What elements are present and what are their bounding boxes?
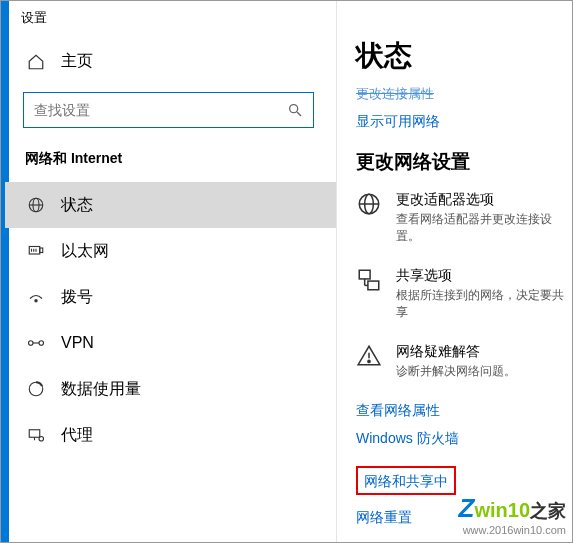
svg-rect-22	[368, 281, 379, 290]
highlight-box: 网络和共享中	[356, 466, 456, 495]
nav-label: 代理	[61, 425, 93, 446]
nav-status[interactable]: 状态	[1, 182, 336, 228]
link-change-connection[interactable]: 更改连接属性	[356, 85, 572, 103]
nav-label: 状态	[61, 195, 93, 216]
link-network-props[interactable]: 查看网络属性	[356, 402, 572, 420]
option-desc: 查看网络适配器并更改连接设置。	[396, 211, 572, 245]
link-firewall[interactable]: Windows 防火墙	[356, 430, 572, 448]
option-desc: 诊断并解决网络问题。	[396, 363, 516, 380]
svg-point-10	[35, 300, 37, 302]
svg-rect-15	[29, 430, 40, 438]
option-title: 更改适配器选项	[396, 191, 572, 209]
svg-rect-5	[29, 247, 40, 255]
vpn-icon	[25, 336, 47, 350]
sharing-icon	[356, 267, 386, 321]
svg-point-12	[39, 341, 44, 346]
search-box[interactable]	[23, 92, 314, 128]
main-content: 状态 更改连接属性 显示可用网络 更改网络设置 更改适配器选项 查看网络适配器并…	[336, 27, 572, 538]
data-usage-icon	[25, 380, 47, 398]
ethernet-icon	[25, 242, 47, 260]
svg-point-11	[29, 341, 34, 346]
dialup-icon	[25, 288, 47, 306]
adapter-icon	[356, 191, 386, 245]
section-heading: 更改网络设置	[356, 149, 572, 175]
svg-point-0	[290, 105, 298, 113]
svg-rect-21	[359, 270, 370, 279]
option-desc: 根据所连接到的网络，决定要共享	[396, 287, 572, 321]
search-icon	[287, 102, 303, 118]
svg-rect-6	[40, 248, 43, 253]
svg-point-26	[368, 360, 370, 362]
option-title: 共享选项	[396, 267, 572, 285]
globe-icon	[25, 196, 47, 214]
sidebar-section-title: 网络和 Internet	[1, 150, 336, 182]
home-icon	[25, 53, 47, 71]
nav-data-usage[interactable]: 数据使用量	[1, 366, 336, 412]
nav-vpn[interactable]: VPN	[1, 320, 336, 366]
option-troubleshoot[interactable]: 网络疑难解答 诊断并解决网络问题。	[356, 343, 572, 380]
nav-label: VPN	[61, 334, 94, 352]
sidebar: 主页 网络和 Internet 状态 以太网	[1, 27, 336, 538]
nav-ethernet[interactable]: 以太网	[1, 228, 336, 274]
nav-label: 数据使用量	[61, 379, 141, 400]
nav-label: 以太网	[61, 241, 109, 262]
watermark: Zwin10之家 www.2016win10.com	[459, 493, 566, 536]
option-adapter[interactable]: 更改适配器选项 查看网络适配器并更改连接设置。	[356, 191, 572, 245]
search-input[interactable]	[34, 102, 287, 118]
vertical-divider	[336, 1, 337, 542]
home-button[interactable]: 主页	[1, 45, 336, 78]
nav-proxy[interactable]: 代理	[1, 412, 336, 458]
home-label: 主页	[61, 51, 93, 72]
option-sharing[interactable]: 共享选项 根据所连接到的网络，决定要共享	[356, 267, 572, 321]
svg-point-16	[39, 437, 44, 442]
page-title: 状态	[356, 37, 572, 75]
svg-line-1	[297, 112, 301, 116]
link-show-networks[interactable]: 显示可用网络	[356, 113, 572, 131]
window-title: 设置	[1, 1, 572, 27]
nav-dialup[interactable]: 拨号	[1, 274, 336, 320]
option-title: 网络疑难解答	[396, 343, 516, 361]
link-sharing-center[interactable]: 网络和共享中	[364, 473, 448, 489]
watermark-url: www.2016win10.com	[459, 524, 566, 536]
troubleshoot-icon	[356, 343, 386, 380]
proxy-icon	[25, 426, 47, 444]
nav-label: 拨号	[61, 287, 93, 308]
